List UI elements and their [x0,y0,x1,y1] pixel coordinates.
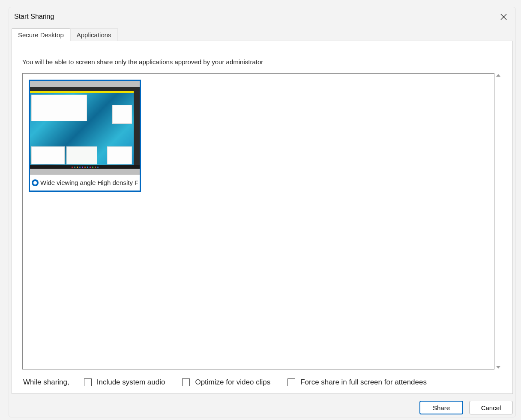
content-panel: You will be able to screen share only th… [12,41,513,394]
dialog-title: Start Sharing [14,13,54,21]
sharing-options-row: While sharing, Include system audio Opti… [22,369,502,388]
scroll-down-icon[interactable] [496,366,500,369]
close-button[interactable] [498,12,509,22]
admin-info-text: You will be able to screen share only th… [22,58,502,66]
radio-selected-icon [32,179,39,186]
options-prefix: While sharing, [23,378,69,387]
screen-preview-area: Wide viewing angle High density F [22,73,494,369]
screen-thumbnail [30,81,140,175]
checkbox-label: Optimize for video clips [195,378,270,387]
tab-bar: Secure Desktop Applications [9,28,515,41]
checkbox-label: Force share in full screen for attendees [300,378,427,387]
checkbox-icon [287,378,295,386]
close-icon [500,14,507,20]
checkbox-include-system-audio[interactable]: Include system audio [84,378,165,387]
cancel-button[interactable]: Cancel [469,401,513,414]
start-sharing-dialog: Start Sharing Secure Desktop Application… [9,7,516,417]
dialog-footer: Share Cancel [9,396,515,417]
checkbox-label: Include system audio [97,378,165,387]
screen-option-1[interactable]: Wide viewing angle High density F [29,80,141,192]
preview-area-wrap: Wide viewing angle High density F [22,73,502,369]
screen-label-row: Wide viewing angle High density F [30,175,140,191]
checkbox-icon [182,378,190,386]
share-button[interactable]: Share [419,401,463,414]
scroll-up-icon[interactable] [496,74,500,77]
checkbox-force-fullscreen[interactable]: Force share in full screen for attendees [287,378,427,387]
tab-secure-desktop[interactable]: Secure Desktop [12,28,70,41]
screen-label: Wide viewing angle High density F [40,179,138,186]
checkbox-optimize-video[interactable]: Optimize for video clips [182,378,270,387]
vertical-scrollbar[interactable] [494,73,502,369]
tab-applications[interactable]: Applications [70,28,118,41]
dialog-header: Start Sharing [9,7,515,24]
checkbox-icon [84,378,92,386]
